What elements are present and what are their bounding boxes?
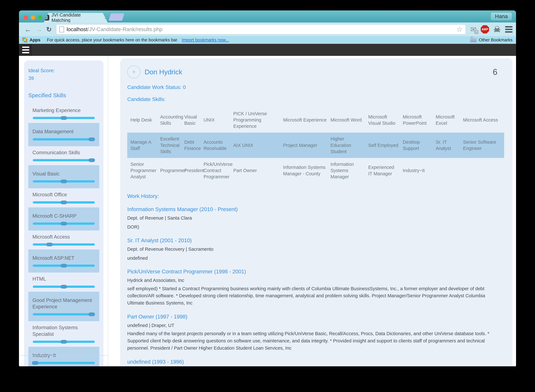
slider-knob[interactable] [61,201,67,204]
apps-label[interactable]: Apps [29,37,40,42]
new-tab-button[interactable] [109,13,124,21]
work-entry-company: Dept. of Revenue | Santa Clara [127,215,504,221]
skill-item[interactable]: Marketing Experience [28,104,99,123]
browser-window: J JVI Candidate Matching × Hana ← → ↻ lo… [19,10,516,366]
adblock-extension-icon[interactable]: ABP [481,25,489,33]
url-field[interactable]: localhost /JV-Candidate-Rank/results.php… [56,24,466,34]
slider-knob[interactable] [89,158,95,162]
skill-slider[interactable] [33,341,95,343]
skill-cell [463,158,504,183]
import-bookmarks-link[interactable]: Import bookmarks now... [182,37,229,42]
skill-cell: Accounting Skills [160,107,184,133]
skill-item[interactable]: Information Systems Specialist [28,321,99,347]
skill-slider[interactable] [33,138,95,140]
slider-knob[interactable] [32,361,38,365]
column-divider [19,355,108,356]
add-candidate-button[interactable]: + [127,65,140,79]
work-entry-title: Part Owner (1997 - 1998) [127,314,504,320]
skill-cell: Excellent Technical Skills [160,133,184,158]
skill-item[interactable]: Microsoft Office [28,188,99,207]
work-entry-company: undefined | Draper, UT [127,322,504,329]
folder-icon [470,38,477,42]
skill-item[interactable]: Good Project Management Experience [28,292,99,321]
skill-cell: Project Manager [283,133,331,158]
skill-slider[interactable] [33,313,95,315]
skill-item[interactable]: Visual Basic [28,165,99,188]
browser-tab[interactable]: J JVI Candidate Matching × [44,13,108,23]
browser-menu-icon[interactable] [505,26,512,33]
reload-icon[interactable]: ↻ [46,26,52,33]
skill-slider[interactable] [33,201,95,204]
work-history-heading: Work History: [127,193,504,199]
minimize-window-button[interactable] [31,15,35,20]
work-entry-title: Sr. IT Analyst (2001 - 2010) [127,238,504,243]
close-window-button[interactable] [24,15,28,20]
slider-knob[interactable] [46,243,53,246]
work-history-entry: undefined (1993 - 1996)Aurora | undefine… [127,359,504,366]
skill-cell: Industry~It [403,158,436,183]
work-entry-description: Handled many of the largest projects per… [127,330,497,352]
address-toolbar: ← → ↻ localhost /JV-Candidate-Rank/resul… [19,23,516,36]
skill-item-label: Microsoft Access [33,234,95,240]
slider-knob[interactable] [61,285,67,289]
skill-cell: Microsoft Visual Studio [368,107,403,133]
slider-knob[interactable] [89,313,95,316]
work-history-entry: Information Systems Manager (2010 - Pres… [127,206,504,230]
mail-extension-icon[interactable]: ✉ ? [470,26,477,33]
skill-item[interactable]: Industry~It [28,347,99,366]
slider-knob[interactable] [61,180,67,183]
slider-knob[interactable] [61,116,67,120]
back-icon[interactable]: ← [24,26,32,33]
skill-cell: Information Systems Manager [331,158,368,183]
skill-cell: Microsoft Excel [436,107,463,133]
skill-slider[interactable] [33,223,95,225]
skill-item[interactable]: Communication Skills [28,146,99,165]
skill-slider[interactable] [33,243,95,246]
work-history-entry: Part Owner (1997 - 1998)undefined | Drap… [127,314,504,352]
skill-slider[interactable] [33,285,95,288]
tab-close-icon[interactable]: × [104,15,108,21]
zoom-window-button[interactable] [38,15,42,20]
bookmarks-bar: Apps For quick access, place your bookma… [19,36,516,44]
skill-item[interactable]: Microsoft ASP.NET [28,249,99,273]
skill-slider[interactable] [33,180,95,182]
profile-button[interactable]: Hana [491,12,512,21]
specified-skills-list: Marketing ExperienceData ManagementCommu… [28,104,99,366]
work-status-value: 0 [183,84,186,90]
skill-cell: Higher Education Student [331,133,368,158]
app-menu-icon[interactable] [19,44,33,56]
page-icon [59,26,64,33]
skill-slider[interactable] [33,362,95,364]
app-header-bar [19,44,516,56]
skill-slider[interactable] [33,117,95,119]
skill-item[interactable]: Microsoft Access [28,230,99,249]
pirate-extension-icon[interactable]: ☠ [493,25,501,33]
work-entry-title: undefined (1993 - 1996) [127,359,504,365]
slider-knob[interactable] [61,264,67,268]
skill-cell: Microsoft Experience [283,107,331,133]
tab-favicon: J [44,15,49,21]
skill-item[interactable]: HTML [28,273,99,292]
apps-grid-icon[interactable] [23,37,27,42]
candidate-rank: 6 [493,67,504,77]
bookmark-star-icon[interactable]: ☆ [456,26,463,33]
slider-knob[interactable] [89,137,95,141]
skill-item[interactable]: Data Management [28,123,99,146]
skill-slider[interactable] [33,159,95,161]
skill-cell: PICK / UniVerse Programming Experience [233,107,283,133]
forward-icon[interactable]: → [35,26,43,33]
skill-cell: Debt Finance [184,133,204,158]
skill-item-label: Information Systems Specialist [33,324,95,337]
other-bookmarks-button[interactable]: Other Bookmarks [470,37,512,42]
candidate-panel: + Don Hydrick 6 Candidate Work Status: 0… [120,58,512,366]
skill-cell: Desktop Support [403,133,436,158]
skill-item[interactable]: Microsoft C-SHARP [28,207,99,230]
tab-title: JVI Candidate Matching [52,12,99,23]
slider-knob[interactable] [61,222,67,225]
specified-skills-heading: Specified Skills [28,92,99,98]
skill-cell: Microsoft Word [331,107,368,133]
slider-knob[interactable] [61,340,67,344]
skill-slider[interactable] [33,265,95,267]
page-content: Ideal Score: 39 Specified Skills Marketi… [19,56,516,366]
abp-octagon: ABP [481,25,489,33]
